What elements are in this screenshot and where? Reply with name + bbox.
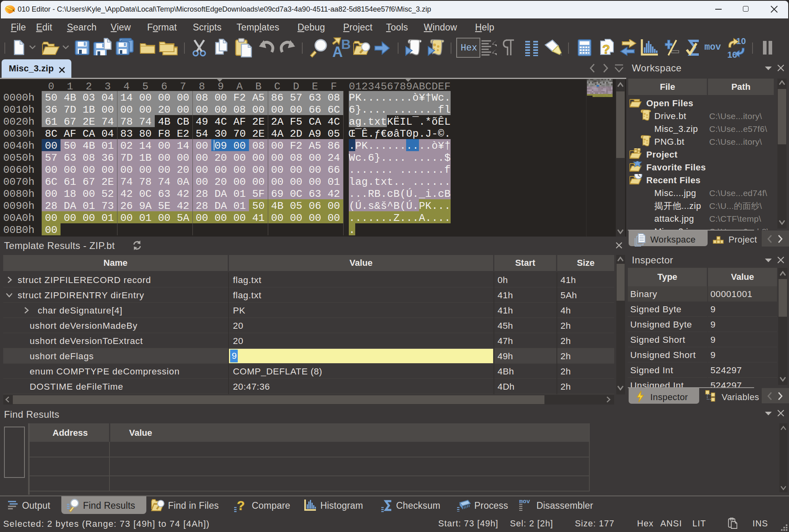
svg-text:?: ? xyxy=(237,499,245,512)
svg-text:B: B xyxy=(341,37,351,52)
svg-text:?: ? xyxy=(602,42,610,57)
svg-text:mov: mov xyxy=(519,500,530,505)
